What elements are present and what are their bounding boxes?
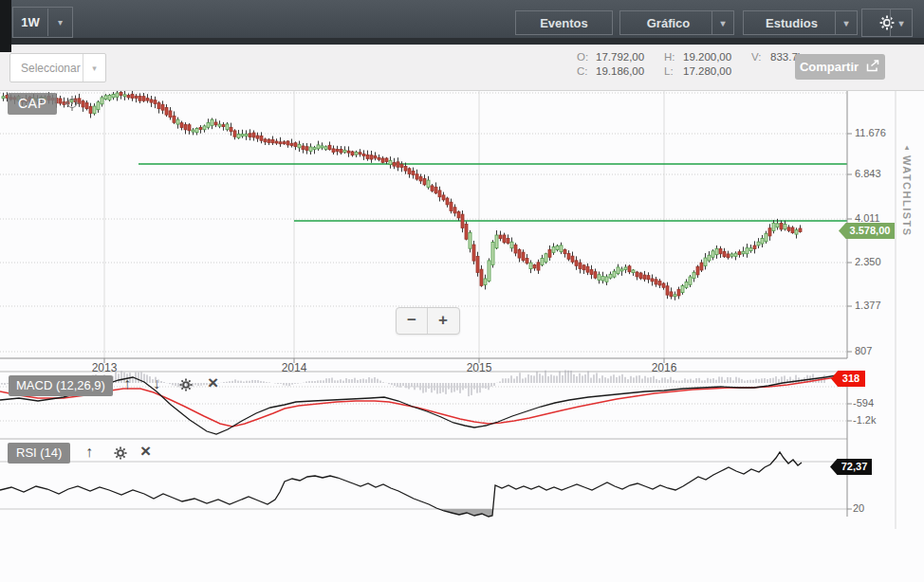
symbol-badge: CAP (8, 93, 57, 115)
secondary-toolbar: Seleccionar ▾ O: 17.792,00 H: 19.200,00 … (0, 45, 924, 91)
rsi-label-badge: RSI (14) (8, 443, 70, 464)
level-lines (139, 164, 847, 221)
rsi-move-up-icon[interactable]: ↑ (85, 443, 93, 462)
zoom-control: − + (396, 307, 460, 335)
settings-button[interactable]: ▾ (861, 9, 913, 37)
zoom-out-button[interactable]: − (397, 308, 427, 334)
high-label: H: (664, 50, 683, 64)
symbol-select-placeholder: Seleccionar (10, 62, 83, 75)
macd-label-badge: MACD (12,26,9) (9, 375, 113, 396)
close-value: 19.186,00 (596, 64, 664, 79)
close-label: C: (577, 64, 596, 79)
share-button[interactable]: Compartir (795, 54, 885, 80)
rsi-panel (0, 439, 852, 517)
chart-button-label: Gráfico (647, 16, 691, 30)
left-edge-strip (0, 0, 11, 52)
zoom-in-button[interactable]: + (428, 308, 458, 334)
share-icon (865, 60, 880, 75)
rsi-value-badge: 72,37 (830, 459, 872, 475)
open-label: O: (577, 50, 596, 64)
trading-chart-app: 11.6766.8434.0112.3501.37780720132014201… (0, 0, 924, 582)
chart-type-button[interactable]: Gráfico ▾ (619, 10, 734, 35)
top-toolbar: 1W ▾ Eventos Gráfico ▾ Estudios ▾ ▾ (0, 0, 924, 38)
open-value: 17.792,00 (596, 50, 664, 64)
timeframe-selector[interactable]: 1W ▾ (12, 7, 73, 38)
macd-move-up-icon[interactable]: ↑ (123, 374, 131, 393)
studies-caret-icon[interactable]: ▾ (835, 11, 857, 34)
select-caret-icon[interactable]: ▾ (83, 54, 105, 82)
watchlists-collapse-icon: ▴ (905, 142, 910, 152)
studies-button[interactable]: Estudios ▾ (743, 10, 858, 35)
rsi-settings-icon[interactable] (114, 446, 127, 464)
volume-label: V: (751, 50, 770, 64)
ohlc-row-top: O: 17.792,00 H: 19.200,00 V: 833.7k (577, 50, 820, 64)
rsi-close-icon[interactable]: × (140, 442, 151, 461)
events-button[interactable]: Eventos (515, 10, 613, 35)
macd-value-badge: 318 (831, 371, 865, 387)
ohlc-row-bottom: C: 19.186,00 L: 17.280,00 (577, 64, 820, 79)
chart-caret-icon[interactable]: ▾ (711, 11, 733, 34)
toolbar-shadow (0, 38, 924, 45)
event-marker-icon (63, 94, 82, 117)
macd-close-icon[interactable]: × (208, 373, 218, 392)
candlesticks (2, 91, 802, 300)
events-button-label: Eventos (540, 16, 588, 30)
low-value: 17.280,00 (683, 64, 751, 79)
watchlists-label: WATCHLISTS (901, 155, 913, 237)
studies-button-label: Estudios (766, 16, 818, 30)
timeframe-label[interactable]: 1W (13, 15, 47, 29)
low-label: L: (664, 64, 683, 79)
watchlists-tab[interactable]: ▴ WATCHLISTS (897, 142, 916, 237)
ohlc-readout: O: 17.792,00 H: 19.200,00 V: 833.7k C: 1… (577, 50, 820, 79)
symbol-select[interactable]: Seleccionar ▾ (9, 53, 106, 82)
timeframe-caret-icon[interactable]: ▾ (47, 9, 72, 36)
last-price-badge: 3.578,00 (839, 223, 895, 239)
settings-caret-icon[interactable]: ▾ (890, 9, 912, 36)
macd-settings-icon[interactable] (179, 377, 193, 396)
share-button-label: Compartir (800, 60, 859, 74)
high-value: 19.200,00 (683, 50, 751, 64)
macd-move-down-icon[interactable]: ↓ (153, 374, 160, 393)
